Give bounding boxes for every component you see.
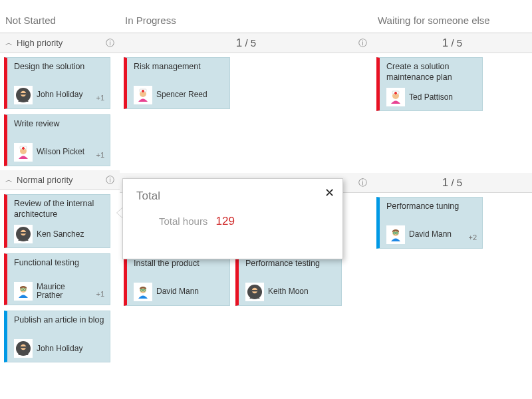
card-plus-badge: +1 <box>96 151 104 159</box>
tooltip-title: Total <box>136 190 331 203</box>
card-assignee: Spencer Reed <box>156 90 207 99</box>
task-card[interactable]: Publish an article in blog John Holiday <box>4 311 110 362</box>
card-assignee: David Mann <box>409 230 452 239</box>
swimlane-header-high-wf[interactable]: 1 / 5 <box>372 33 532 53</box>
task-card[interactable]: Install the product David Mann <box>124 254 230 306</box>
task-card[interactable]: Create a solution maintenance plan Ted P… <box>376 57 483 111</box>
card-title: Write review <box>14 119 106 135</box>
swimlane-label: Normal priority <box>17 175 73 185</box>
column-title: In Progress <box>125 15 176 26</box>
wip-limit: 1 / 5 <box>442 37 462 50</box>
card-list: Performance tuning David Mann +2 <box>372 193 532 253</box>
info-icon[interactable]: ⓘ <box>358 37 367 49</box>
avatar-icon <box>14 225 33 243</box>
card-plus-badge: +2 <box>468 233 477 241</box>
avatar-icon <box>14 282 33 301</box>
card-title: Publish an article in blog <box>14 315 106 331</box>
card-assignee: Keith Moon <box>268 287 309 296</box>
task-card[interactable]: Review of the internal architecture Ken … <box>4 194 110 248</box>
tooltip-value: 129 <box>211 215 235 227</box>
avatar-icon <box>386 225 405 244</box>
card-plus-badge: +1 <box>96 290 104 298</box>
card-assignee: John Holiday <box>37 344 82 353</box>
task-card[interactable]: Performance tuning David Mann +2 <box>376 197 483 249</box>
card-list: Create a solution maintenance plan Ted P… <box>372 53 532 173</box>
card-plus-badge: +1 <box>96 94 104 102</box>
wip-limit: 1 / 5 <box>442 176 462 190</box>
avatar-icon <box>134 86 152 104</box>
card-title: Performance testing <box>245 259 337 275</box>
task-card[interactable]: Performance testing Keith Moon <box>235 254 342 306</box>
card-list: Design the solution John Holiday +1 Writ… <box>0 53 120 170</box>
column-header-not-started: Not Started <box>0 0 120 33</box>
info-icon[interactable]: ⓘ <box>106 37 114 49</box>
column-title: Waiting for someone else <box>378 15 490 26</box>
info-icon[interactable]: ⓘ <box>106 174 114 186</box>
avatar-icon <box>14 143 33 162</box>
task-card[interactable]: Design the solution John Holiday +1 <box>4 57 110 109</box>
swimlane-label: High priority <box>17 38 63 48</box>
column-title: Not Started <box>5 15 56 26</box>
avatar-icon <box>386 88 405 106</box>
card-assignee: Wilson Picket <box>37 148 84 156</box>
avatar-icon <box>14 86 33 104</box>
card-title: Risk management <box>134 62 225 78</box>
card-assignee: John Holiday <box>37 90 82 99</box>
card-assignee: Ken Sanchez <box>37 230 84 239</box>
card-title: Performance tuning <box>386 201 478 217</box>
card-title: Create a solution maintenance plan <box>386 62 478 88</box>
total-tooltip: Total Total hours 129 ✕ <box>122 178 343 259</box>
column-waiting: Waiting for someone else 1 / 5 Create a … <box>372 0 532 366</box>
tooltip-label: Total hours <box>159 215 207 227</box>
card-list: Risk management Spencer Reed <box>120 53 372 173</box>
avatar-icon <box>14 339 33 358</box>
swimlane-header-normal-wf[interactable]: 1 / 5 <box>372 173 532 193</box>
avatar-icon <box>245 283 264 301</box>
swimlane-header-normal-ns[interactable]: ︿ Normal priority ⓘ <box>0 170 120 190</box>
wip-limit: 1 / 5 <box>236 37 256 50</box>
card-title: Install the product <box>134 259 225 275</box>
avatar-icon <box>134 283 152 301</box>
chevron-up-icon[interactable]: ︿ <box>5 175 13 185</box>
card-list: Review of the internal architecture Ken … <box>0 190 120 366</box>
info-icon[interactable]: ⓘ <box>358 177 367 189</box>
card-assignee: Ted Pattison <box>409 93 453 102</box>
task-card[interactable]: Risk management Spencer Reed <box>124 57 230 109</box>
swimlane-header-high-ip[interactable]: 1 / 5 ⓘ <box>120 33 372 53</box>
column-not-started: Not Started ︿ High priority ⓘ Design the… <box>0 0 120 366</box>
card-assignee: David Mann <box>156 287 199 296</box>
card-title: Functional testing <box>14 258 106 274</box>
chevron-up-icon[interactable]: ︿ <box>5 38 13 48</box>
column-header-waiting: Waiting for someone else <box>372 0 532 33</box>
swimlane-header-high-ns[interactable]: ︿ High priority ⓘ <box>0 33 120 53</box>
column-header-in-progress: In Progress <box>120 0 372 33</box>
task-card[interactable]: Write review Wilson Picket +1 <box>4 114 110 166</box>
tooltip-line: Total hours 129 <box>136 215 331 228</box>
card-title: Design the solution <box>14 62 106 78</box>
card-title: Review of the internal architecture <box>14 199 106 225</box>
close-icon[interactable]: ✕ <box>325 186 334 200</box>
card-assignee: Maurice Prather <box>37 283 90 300</box>
task-card[interactable]: Functional testing Maurice Prather +1 <box>4 253 110 305</box>
